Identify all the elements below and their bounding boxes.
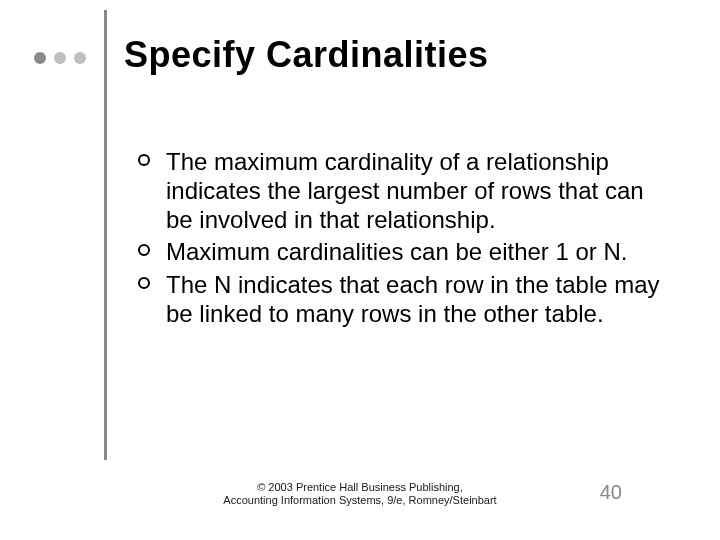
slide: Specify Cardinalities The maximum cardin… <box>0 0 720 540</box>
bullet-text: The N indicates that each row in the tab… <box>166 271 660 327</box>
circle-bullet-icon <box>138 277 150 289</box>
decorative-dots <box>34 52 86 64</box>
vertical-divider <box>104 10 107 460</box>
bullet-item: The N indicates that each row in the tab… <box>138 271 668 329</box>
bullet-item: Maximum cardinalities can be either 1 or… <box>138 238 668 267</box>
bullet-text: The maximum cardinality of a relationshi… <box>166 148 644 233</box>
slide-body: The maximum cardinality of a relationshi… <box>138 148 668 333</box>
slide-title: Specify Cardinalities <box>124 34 489 76</box>
page-number: 40 <box>600 481 622 504</box>
dot-icon <box>54 52 66 64</box>
circle-bullet-icon <box>138 154 150 166</box>
dot-icon <box>74 52 86 64</box>
circle-bullet-icon <box>138 244 150 256</box>
bullet-text: Maximum cardinalities can be either 1 or… <box>166 238 628 265</box>
bullet-item: The maximum cardinality of a relationshi… <box>138 148 668 234</box>
dot-icon <box>34 52 46 64</box>
